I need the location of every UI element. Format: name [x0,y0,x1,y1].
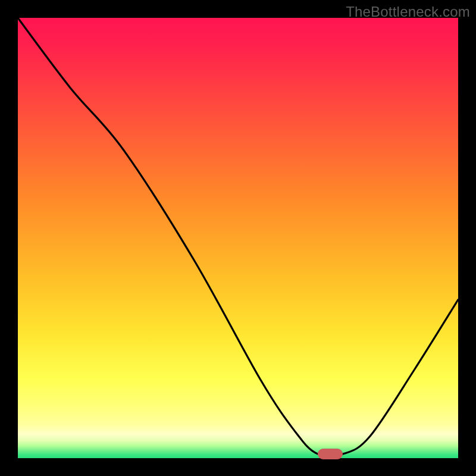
curve-svg [18,18,458,458]
optimal-point-marker [318,449,343,459]
bottleneck-chart: TheBottleneck.com [0,0,476,476]
bottleneck-curve-path [18,18,458,456]
plot-area [18,18,458,458]
